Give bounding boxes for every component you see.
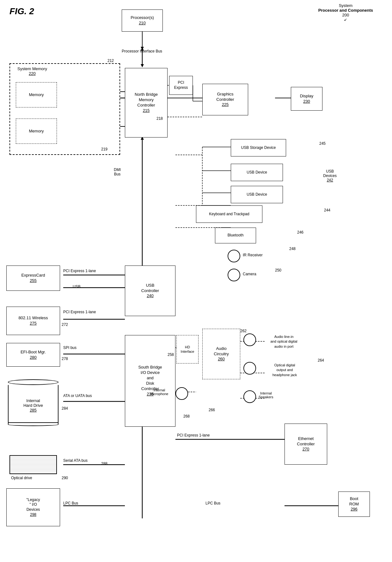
- ref-246: 246: [297, 230, 303, 235]
- internal-mic-label: Internal Microphone: [150, 388, 168, 396]
- graphics-box: Graphics Controller 225: [202, 84, 248, 115]
- ref-264: 264: [318, 358, 324, 363]
- ref-288: 288: [101, 461, 107, 466]
- pci-1lane-ethernet-label: PCI Express 1-lane: [177, 433, 210, 437]
- usb-devices-label: USB Devices 242: [323, 169, 337, 182]
- boot-rom-box: Boot ROM 296: [338, 492, 370, 517]
- ethernet-box: Ethernet Controller 270: [285, 424, 327, 465]
- pci-express-box: PCI Express: [169, 76, 193, 95]
- ref-244: 244: [324, 208, 330, 212]
- processor-interface-bus-label: Processor Interface Bus: [122, 49, 162, 53]
- ref-268: 268: [183, 414, 190, 418]
- diagram: FIG. 2 System Processor and Components 2…: [0, 0, 392, 562]
- internal-hd-cylinder: Internal Hard Drive 285: [8, 379, 58, 426]
- spi-bus-label: SPI bus: [63, 345, 77, 350]
- ref-272: 272: [62, 322, 68, 327]
- bluetooth-box: Bluetooth: [215, 228, 256, 243]
- south-bridge-box: South Bridge I/O Device and Disk Control…: [125, 335, 175, 427]
- optical-output-label: Optical digital output and headphone jac…: [259, 363, 311, 377]
- efi-boot-box: EFI-Boot Mgr. 280: [6, 343, 60, 367]
- usb-storage-box: USB Storage Device: [231, 139, 286, 156]
- lpc-bus-legacy-label: LPC Bus: [63, 501, 78, 505]
- optical-drive-label: Optical drive: [11, 476, 32, 480]
- ref-258: 258: [168, 352, 174, 357]
- ref-284: 284: [62, 406, 68, 411]
- serial-ata-label: Serial ATA bus: [63, 458, 88, 463]
- audio-circuitry-box: Audio Circuitry 260: [202, 329, 240, 379]
- ref-245: 245: [319, 141, 326, 146]
- lpc-bus-bootrom-label: LPC Bus: [205, 501, 220, 505]
- ref-212: 212: [107, 58, 114, 63]
- ir-receiver-label: IR Receiver: [243, 253, 263, 257]
- memory2-box: Memory: [16, 119, 57, 144]
- ref-218: 218: [156, 116, 163, 121]
- audio-line-in-label: Audio line-in and optical digital audio …: [259, 334, 309, 349]
- memory1-box: Memory: [16, 82, 57, 107]
- ref-262: 262: [240, 329, 247, 333]
- audio-line-in-icon: [243, 333, 256, 346]
- internal-mic-icon: [175, 387, 188, 400]
- internal-speakers-icon: [243, 390, 256, 403]
- optical-output-icon: [243, 362, 256, 375]
- north-bridge-box: North Bridge Memory Controller 215: [125, 68, 168, 137]
- wireless-box: 802.11 Wireless 275: [6, 307, 60, 335]
- optical-drive-box: [9, 455, 57, 474]
- legacy-io-box: "Legacy " I/O Devices 298: [6, 488, 60, 526]
- system-memory-label: System Memory 220: [17, 66, 47, 76]
- fig-title: FIG. 2: [9, 6, 34, 16]
- internal-speakers-label: Internal Speakers: [259, 391, 273, 399]
- usb-label-expresscard: USB: [73, 284, 81, 289]
- ref-290: 290: [62, 476, 68, 480]
- ref-219: 219: [101, 147, 107, 151]
- ref-266: 266: [209, 408, 215, 412]
- pci-1lane-wireless-label: PCI Express 1-lane: [63, 310, 96, 314]
- ir-receiver-icon: [228, 250, 240, 262]
- usb-device2-box: USB Device: [231, 186, 283, 203]
- svg-marker-4: [141, 64, 144, 67]
- keyboard-box: Keyboard and Trackpad: [196, 205, 262, 223]
- ref-250: 250: [275, 268, 281, 272]
- ref-248: 248: [289, 247, 296, 251]
- system-title: System Processor and Components 200 ↙: [318, 3, 373, 22]
- pci-1lane-expresscard-label: PCI Express 1-lane: [63, 269, 96, 273]
- camera-label: Camera: [243, 272, 256, 276]
- dmi-bus-label: DMI Bus: [114, 168, 121, 176]
- ata-bus-label: ATA or UATA bus: [63, 394, 92, 398]
- hd-interface-box: HD Interface: [176, 335, 199, 363]
- display-box: Display 230: [291, 87, 322, 111]
- expresscard-box: ExpressCard 255: [6, 266, 60, 291]
- usb-device1-box: USB Device: [231, 164, 283, 181]
- camera-icon: [228, 269, 240, 281]
- ref-278: 278: [62, 357, 68, 361]
- processor-box: Processor(s) 210: [122, 9, 163, 32]
- usb-controller-box: USB Controller 240: [125, 266, 175, 316]
